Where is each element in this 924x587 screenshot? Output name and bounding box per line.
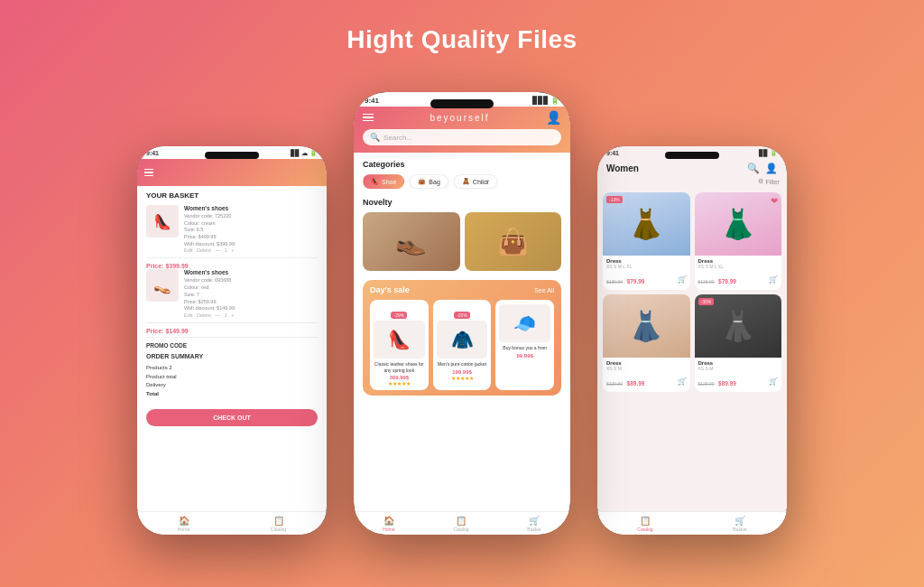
checkout-button[interactable]: CHECK OUT	[146, 409, 318, 426]
search-icon-right[interactable]: 🔍	[747, 163, 760, 174]
hamburger-center[interactable]	[363, 114, 374, 122]
basket-item-img-1: 👠	[146, 205, 179, 238]
signal-center: ▊▊▊ 🔋	[532, 97, 559, 105]
sale-item-name-3: Buy bonus you a from	[499, 345, 550, 351]
catalog-icon-right: 📋	[640, 516, 651, 526]
bottom-nav-right: 📋 Catalog 🛒 Basket	[597, 511, 787, 535]
novelty-images: 👞 👜	[363, 212, 561, 271]
basket-item-details-2: Women's shoes Vendor code: 693688 Colour…	[184, 269, 318, 317]
nav-basket-label-right: Basket	[733, 526, 746, 532]
old-price-3: $129.99	[606, 381, 623, 387]
category-shoe[interactable]: 👠 Shoe	[363, 174, 404, 189]
filter-icon: ⚙	[758, 178, 763, 185]
shoe-emoji: 👠	[371, 178, 379, 185]
nav-home-left[interactable]: 🏠 Home	[178, 516, 189, 532]
bottom-nav-left: 🏠 Home 📋 Catalog	[137, 511, 327, 535]
basket-title: YOUR BASKET	[146, 191, 318, 200]
product-card-3[interactable]: 👗 Dress XS S M $129.99 $89.99 🛒	[603, 294, 690, 392]
category-bag[interactable]: 👜 Bag	[410, 174, 448, 189]
profile-icon-right[interactable]: 👤	[765, 163, 778, 174]
old-price-2: $139.99	[698, 279, 715, 284]
sale-items: -29% 👠 Classic leather shoes for any spr…	[370, 300, 554, 390]
basket-actions-1: Edit Delete — 1 +	[184, 247, 318, 253]
nav-basket-center[interactable]: 🛒 Basket	[527, 516, 541, 532]
center-header: beyourself 👤 🔍 Search...	[354, 107, 570, 153]
product-size-1: XS S M L XL	[606, 264, 687, 269]
right-header-title: Women	[606, 163, 639, 173]
novelty-img-1[interactable]: 👞	[363, 212, 460, 271]
category-children[interactable]: 🧸 Childr	[454, 174, 497, 189]
nav-catalog-left[interactable]: 📋 Catalog	[271, 516, 286, 532]
catalog-icon-center: 📋	[456, 516, 467, 526]
product-card-2[interactable]: 👗 ❤ Dress XS S M L XL $139.99 $79.99 🛒	[695, 192, 782, 290]
bag-label: Bag	[429, 179, 439, 185]
item-name-1: Women's shoes	[184, 205, 318, 211]
search-bar[interactable]: 🔍 Search...	[363, 129, 561, 145]
old-price-1: $139.99	[606, 279, 623, 284]
product-card-1[interactable]: 👗 -13% Dress XS S M L XL $139.99 $79.99 …	[603, 192, 690, 290]
bag-emoji: 👜	[418, 178, 426, 185]
profile-icon[interactable]: 👤	[546, 110, 561, 125]
phone-right: 9:41 ▊▊ 🔋 Women 🔍 👤 ⚙ Filter 👗	[597, 146, 787, 535]
product-grid: 👗 -13% Dress XS S M L XL $139.99 $79.99 …	[597, 189, 787, 396]
nav-home-center[interactable]: 🏠 Home	[383, 516, 394, 532]
basket-item: 👠 Women's shoes Vendor code: 725220 Colo…	[146, 205, 318, 258]
cart-icon-4[interactable]: 🛒	[769, 377, 778, 386]
hamburger-icon[interactable]	[144, 169, 153, 177]
nav-catalog-label-left: Catalog	[271, 526, 286, 532]
heart-icon-2[interactable]: ❤	[771, 196, 778, 206]
filter-row: ⚙ Filter	[597, 178, 787, 189]
nav-catalog-center[interactable]: 📋 Catalog	[453, 516, 468, 532]
item-info-1: Vendor code: 725220 Colour: cream Size: …	[184, 213, 318, 247]
old-price-4: $129.99	[698, 381, 715, 387]
price-2: $79.99	[718, 278, 736, 284]
days-sale-title: Day's sale	[370, 285, 410, 294]
categories-label: Categories	[363, 160, 561, 169]
basket-icon-center: 🛒	[529, 516, 540, 526]
cart-icon-2[interactable]: 🛒	[769, 275, 778, 284]
catalog-icon-left: 📋	[273, 516, 284, 526]
sale-item-img-2: 🧥	[437, 321, 488, 359]
sale-item-2[interactable]: -20% 🧥 Men's pure cotton jacket 199.99$ …	[433, 300, 492, 390]
sale-stars-1: ★★★★★	[374, 380, 425, 387]
product-size-4: XS S M	[698, 366, 779, 371]
nav-catalog-right[interactable]: 📋 Catalog	[637, 516, 652, 532]
product-img-3: 👗	[603, 294, 690, 358]
phone-center: 9:41 ▊▊▊ 🔋 beyourself 👤 🔍 Search...	[354, 92, 570, 535]
phones-container: 9:41 ▊▊ ☁ 🔋 YOUR BASKET 👠 Women's shoes …	[110, 74, 814, 553]
sale-item-name-1: Classic leather shoes for any spring loo…	[374, 361, 425, 373]
sale-badge-1: -29%	[391, 312, 407, 319]
notch-right	[665, 152, 719, 159]
novelty-section: Novelty 👞 👜	[354, 192, 570, 276]
product-size-3: XS S M	[606, 366, 687, 371]
sale-item-1[interactable]: -29% 👠 Classic leather shoes for any spr…	[370, 300, 429, 390]
product-price-row-4: $129.99 $89.99 🛒	[698, 373, 779, 389]
notch-left	[205, 152, 259, 159]
phone-left: 9:41 ▊▊ ☁ 🔋 YOUR BASKET 👠 Women's shoes …	[137, 146, 327, 535]
item-info-2: Vendor code: 693688 Colour: red Size: 7 …	[184, 277, 318, 312]
order-line-grand-total: Total	[146, 390, 318, 399]
novelty-img-2[interactable]: 👜	[465, 212, 562, 271]
order-line-products: Products 2	[146, 364, 318, 373]
price-3: $89.99	[627, 380, 645, 387]
see-all-link[interactable]: See All	[534, 287, 554, 294]
filter-button[interactable]: ⚙ Filter	[758, 178, 780, 185]
basket-content: YOUR BASKET 👠 Women's shoes Vendor code:…	[137, 186, 327, 404]
basket-item-details-1: Women's shoes Vendor code: 725220 Colour…	[184, 205, 318, 253]
signal-right: ▊▊ 🔋	[759, 150, 778, 157]
order-summary-label: ORDER SUMMARY	[146, 351, 318, 361]
basket-item-2: 👡 Women's shoes Vendor code: 693688 Colo…	[146, 269, 318, 322]
cart-icon-3[interactable]: 🛒	[678, 377, 687, 386]
sale-stars-2: ★★★★★	[437, 375, 488, 381]
nav-basket-right[interactable]: 🛒 Basket	[733, 516, 746, 532]
cart-icon-1[interactable]: 🛒	[678, 275, 687, 284]
price-1: $79.99	[627, 278, 645, 284]
basket-item-img-2: 👡	[146, 269, 179, 302]
search-placeholder: Search...	[383, 134, 412, 142]
app-logo: beyourself	[379, 113, 541, 123]
product-card-4[interactable]: 👗 -30% Dress XS S M $129.99 $89.99 🛒	[695, 294, 782, 392]
days-sale-header: Day's sale See All	[370, 285, 554, 294]
sale-item-3[interactable]: 🧢 Buy bonus you a from 99.99$	[495, 300, 554, 390]
basket-item-price-2: Price: $149.99	[146, 328, 318, 334]
page-title: Hight Quality Files	[346, 25, 577, 54]
